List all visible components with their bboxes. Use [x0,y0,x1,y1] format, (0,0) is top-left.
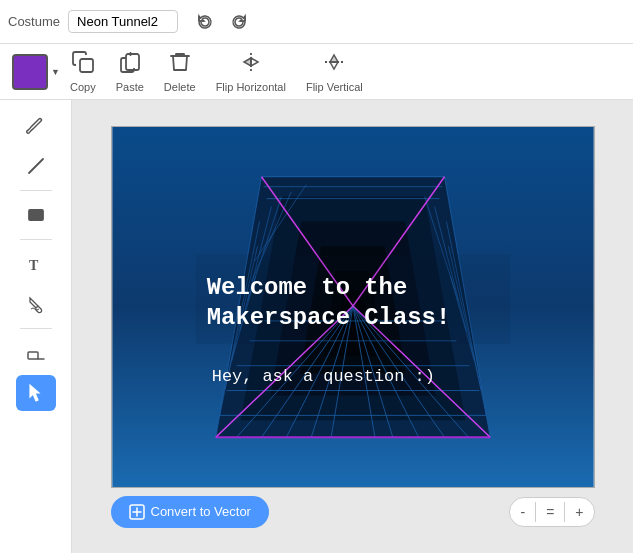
canvas-subtitle: Hey, ask a question :) [211,366,434,385]
redo-button[interactable] [224,9,254,35]
left-sidebar: T [0,100,72,553]
undo-redo-group [190,9,254,35]
zoom-controls: - = + [509,497,594,527]
flip-vertical-action[interactable]: Flip Vertical [298,46,371,97]
rectangle-tool-button[interactable] [16,197,56,233]
color-picker-wrapper [12,54,48,90]
costume-name-input[interactable] [68,10,178,33]
copy-action[interactable]: Copy [62,46,104,97]
paste-icon [118,50,142,79]
svg-rect-7 [28,352,38,359]
brush-tool-button[interactable] [16,108,56,144]
flip-horizontal-label: Flip Horizontal [216,81,286,93]
tool-separator-3 [20,328,52,329]
svg-rect-1 [126,54,139,70]
svg-rect-5 [29,210,43,220]
line-tool-button[interactable] [16,148,56,184]
delete-action[interactable]: Delete [156,46,204,97]
copy-label: Copy [70,81,96,93]
zoom-fit-button[interactable]: = [536,498,564,526]
canvas-image[interactable]: Welcome to the Makerspace Class! Hey, as… [111,126,595,488]
top-bar: Costume [0,0,633,44]
main-area: T [0,100,633,553]
paste-label: Paste [116,81,144,93]
convert-to-vector-label: Convert to Vector [151,504,251,519]
flip-vertical-icon [322,50,346,79]
svg-line-4 [29,159,43,173]
svg-marker-9 [30,385,39,401]
flip-vertical-label: Flip Vertical [306,81,363,93]
svg-text:T: T [29,258,39,273]
canvas-title-line1: Welcome to the [206,274,406,301]
eraser-tool-button[interactable] [16,335,56,371]
text-tool-button[interactable]: T [16,246,56,282]
bottom-controls: Convert to Vector - = + [111,496,595,528]
select-tool-button[interactable] [16,375,56,411]
color-swatch[interactable] [12,54,48,90]
fill-tool-button[interactable] [16,286,56,322]
tool-separator-2 [20,239,52,240]
flip-horizontal-action[interactable]: Flip Horizontal [208,46,294,97]
toolbar: Copy Paste Delete Flip [0,44,633,100]
zoom-out-button[interactable]: - [510,498,535,526]
zoom-in-button[interactable]: + [565,498,593,526]
copy-icon [71,50,95,79]
svg-rect-0 [80,59,93,72]
tool-separator [20,190,52,191]
convert-to-vector-button[interactable]: Convert to Vector [111,496,269,528]
paste-action[interactable]: Paste [108,46,152,97]
delete-label: Delete [164,81,196,93]
canvas-wrapper: Welcome to the Makerspace Class! Hey, as… [111,126,595,488]
undo-button[interactable] [190,9,220,35]
canvas-title-line2: Makerspace Class! [206,303,449,330]
convert-icon [129,504,145,520]
costume-label: Costume [8,14,60,29]
delete-icon [168,50,192,79]
flip-horizontal-icon [239,50,263,79]
canvas-area: Welcome to the Makerspace Class! Hey, as… [72,100,633,553]
